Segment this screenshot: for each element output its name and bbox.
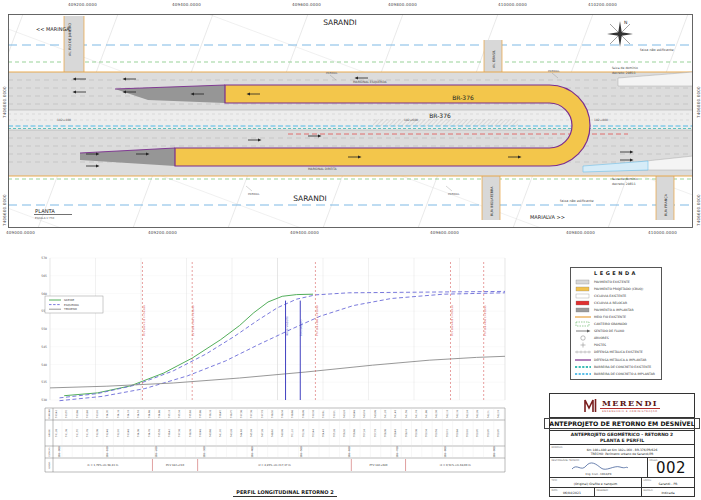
elevation-tick-label: 535 — [41, 380, 47, 384]
elevation-tick-label: 545 — [41, 345, 47, 349]
table-row-header: ESTACAS — [48, 447, 51, 457]
coordinate-label: 410200.0000 — [588, 2, 617, 7]
greide-cota-value: 559,56 — [435, 428, 438, 437]
terreno-cota-value: 536,75 — [230, 409, 233, 418]
legend-swatch-line-icon — [575, 314, 591, 320]
station-value: 182+300 — [203, 446, 206, 458]
terreno-cota-value: 538,66 — [291, 409, 294, 418]
profile-marker-label: EST 182+160 C=536,40 — [192, 305, 195, 336]
legend-item-label: ÁRVORES — [594, 336, 609, 340]
greide-cota-value: 541,92 — [219, 428, 222, 437]
profile-legend-label: GREIDE — [64, 298, 75, 302]
greide-cota-value: 537,36 — [178, 428, 181, 437]
terreno-cota-value: 535,10 — [168, 409, 171, 418]
legend-item: CANTEIRO GRAMADO — [571, 321, 661, 328]
terreno-cota-value: 533,42 — [55, 409, 58, 418]
project-title: ANTEPROJETO DE RETORNO EM DESNÍVEL — [544, 418, 699, 429]
legend-swatch-arrow-icon — [575, 328, 591, 334]
legend-swatch-ticks-icon — [575, 349, 591, 355]
profile-title: PERFIL LONGITUDINAL RETORNO 2 ESCALA: H … — [200, 479, 370, 500]
note-dominio-top-1: faixa de domínio — [612, 66, 638, 70]
terreno-cota-value: 534,50 — [137, 409, 140, 418]
elevation-tick-label: 565 — [41, 274, 47, 278]
signature-icon — [570, 462, 630, 472]
greide-cota-value: 540,66 — [209, 428, 212, 437]
legend-swatch-dashedbox-icon — [575, 321, 591, 327]
station-value: 182+900 — [493, 446, 496, 458]
station-value: 182+400 — [251, 446, 254, 458]
street-label-rua-franca: RUA FRANÇA — [664, 193, 668, 216]
table-row-header: GREIDE — [48, 428, 51, 436]
terreno-cota-value: 540,74 — [363, 409, 366, 418]
greide-cota-value: 554,40 — [322, 428, 325, 437]
station-value: 182+800 — [444, 446, 447, 458]
coordinate-label: 409800.0000 — [566, 230, 595, 235]
legend-swatch-circle-icon — [575, 335, 591, 341]
plan-scale-label: PLANTA ESCALA 1:750 — [34, 208, 72, 220]
note-non-edificante-top: faixa não edificante — [640, 48, 674, 52]
profile-marker-label: PTV 182+458 C=559,95 — [484, 305, 487, 336]
legend-swatch-line-icon — [575, 357, 591, 363]
coordinate-label: 7406800.0000 — [696, 86, 701, 118]
terreno-cota-value: 541,58 — [405, 409, 408, 418]
local-value: Sarandi - PR — [659, 482, 678, 486]
responsible-name: Eng. Civil - CREA/PR — [550, 473, 647, 476]
greide-cota-value: 549,96 — [281, 428, 284, 437]
highway-info-cell: RODOVIA: Km 180+480 ao Km 182+160 - BR-3… — [550, 445, 694, 458]
greide-cota-value: 548,62 — [271, 428, 274, 437]
profile-view: 570565560555550545540535530PCV 182+115 C… — [15, 250, 520, 498]
terreno-cota-value: 540,48 — [353, 409, 356, 418]
greide-cota-value: 558,06 — [384, 428, 387, 437]
local-label: LOCAL: — [644, 479, 652, 482]
geometry-segment-label: PCV 182+210 — [166, 464, 184, 467]
terreno-cota-value: 536,16 — [209, 409, 212, 418]
coordinate-label: 409600.0000 — [292, 2, 321, 7]
marginal-label-top: MARGINAL ESQUERDA — [353, 80, 387, 84]
legend-item-label: MEIO FIO EXISTENTE — [594, 315, 626, 319]
terreno-cota-value: 537,70 — [261, 409, 264, 418]
terreno-cota-value: 534,88 — [158, 409, 161, 418]
terreno-cota-value: 538,02 — [271, 409, 274, 418]
legend-item: DEFENSA METÁLICA EXISTENTE — [571, 349, 661, 356]
greide-cota-value: 534,78 — [148, 428, 151, 437]
table-row-header: TERRENO — [48, 409, 51, 419]
greide-cota-value: 538,38 — [189, 428, 192, 437]
drawing-sheet: N SARANDI SARANDI << MARINGÁ MARIALVA >>… — [0, 0, 701, 500]
terreno-cota-value: 534,18 — [117, 409, 120, 418]
legend-swatch-fill-icon — [575, 307, 591, 313]
project-subtitle-area: ANTEPROJETO GEOMÉTRICO - RETORNO 2 PLANT… — [550, 431, 694, 446]
terreno-cota-value: 534,68 — [148, 409, 151, 418]
station-value: 182+600 — [348, 446, 351, 458]
legend-item: SENTIDO DE FLUXO — [571, 328, 661, 335]
swatch — [587, 330, 591, 333]
coordinate-label: 409600.0000 — [430, 230, 459, 235]
legend-swatch-fill-icon — [575, 286, 591, 292]
plan-scale: ESCALA 1:750 — [35, 216, 54, 220]
legend-item: CICLOVIA EXISTENTE — [571, 292, 661, 299]
responsible-cell: RESPONSÁVEL TÉCNICO: Eng. Civil - CREA/P… — [550, 458, 648, 477]
coordinate-label: 409000.0000 — [6, 230, 35, 235]
date-label: DATA: — [552, 489, 559, 492]
terreno-cota-value: 541,88 — [425, 409, 428, 418]
city-label-top: SARANDI — [323, 18, 357, 27]
profile-marker-label: FIM VIADUTO — [300, 319, 303, 336]
legend-item: DEFENSA METÁLICA A IMPLANTAR — [571, 356, 661, 363]
profile-series-ramo-esquerdo — [60, 291, 506, 398]
highway-label-2: BR-376 — [429, 112, 451, 119]
station-label: 182+400 — [57, 118, 71, 122]
terreno-cota-value: 536,45 — [219, 409, 222, 418]
greide-cota-value: 531,38 — [65, 428, 68, 437]
legend-item: BARREIRA DE CONCRETO A IMPLANTAR — [571, 370, 661, 377]
merendi-m-logo-icon — [584, 398, 597, 413]
predial-label: PREDIAL — [548, 69, 560, 73]
street-label-rua-inglaterra: RUA INGLATERRA — [490, 186, 494, 216]
terreno-cota-value: 537,06 — [240, 409, 243, 418]
terreno-cota-value: 542,18 — [456, 409, 459, 418]
greide-cota-value: 533,46 — [127, 428, 130, 437]
local-cell: LOCAL: Sarandi - PR — [642, 478, 694, 487]
station-value: 182+700 — [396, 446, 399, 458]
greide-cota-value: 557,24 — [363, 428, 366, 437]
station-value: 182+200 — [155, 446, 158, 458]
coordinate-label: 409400.0000 — [290, 230, 319, 235]
legend-title: LEGENDA — [571, 270, 661, 276]
